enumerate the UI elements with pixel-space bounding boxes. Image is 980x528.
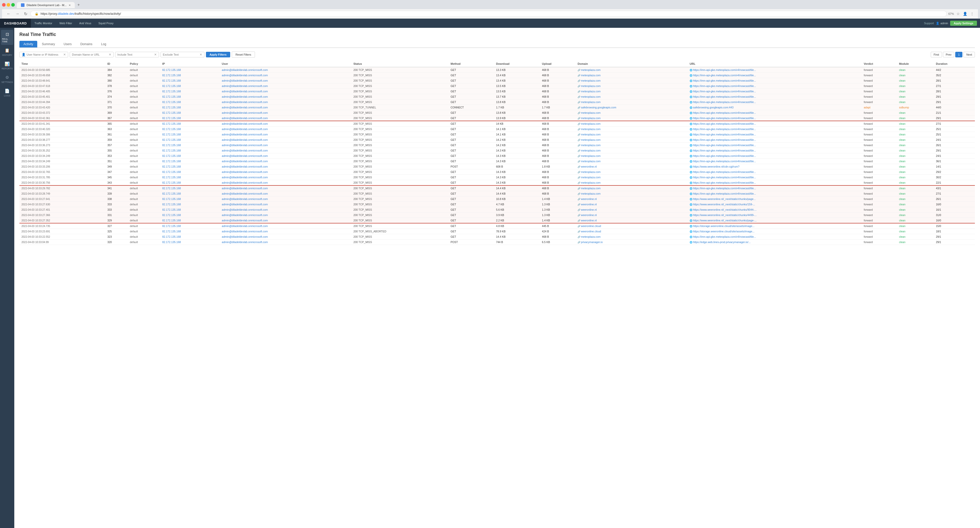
reload-button[interactable]: ↻ <box>22 11 29 17</box>
cell-url[interactable]: 🌐https://edge.web.lines-prod.privacymana… <box>687 239 862 245</box>
cell-domain[interactable]: 🔗weeronline.nl <box>576 197 687 202</box>
cell-ip[interactable]: 82.172.135.168 <box>160 148 220 153</box>
include-filter-input[interactable] <box>118 53 153 56</box>
table-row[interactable]: 2022-04-03 10:33:50.685 384 default 82.1… <box>19 67 975 73</box>
cell-ip[interactable]: 82.172.135.168 <box>160 186 220 191</box>
cell-domain[interactable]: 🔗meteoplaza.com <box>576 116 687 121</box>
col-upload[interactable]: Upload <box>540 61 576 67</box>
cell-user[interactable]: admin@diladeldevlab.onmicrosoft.com <box>220 78 352 83</box>
cell-user[interactable]: admin@diladeldevlab.onmicrosoft.com <box>220 153 352 159</box>
cell-user[interactable]: admin@diladeldevlab.onmicrosoft.com <box>220 137 352 143</box>
cell-ip[interactable]: 82.172.135.168 <box>160 191 220 197</box>
cell-ip[interactable]: 82.172.135.168 <box>160 159 220 164</box>
current-page-button[interactable]: 1 <box>955 52 963 57</box>
nav-traffic-monitor[interactable]: Traffic Monitor <box>31 19 56 28</box>
tab-summary[interactable]: Summary <box>38 41 59 48</box>
table-row[interactable]: 2022-04-03 10:33:46.405 376 default 82.1… <box>19 89 975 94</box>
tab-log[interactable]: Log <box>97 41 110 48</box>
table-row[interactable]: 2022-04-03 10:33:27.366 331 default 82.1… <box>19 212 975 218</box>
cell-domain[interactable]: 🔗meteoplaza.com <box>576 153 687 159</box>
exclude-filter-input[interactable] <box>163 53 199 56</box>
col-verdict[interactable]: Verdict <box>862 61 897 67</box>
cell-domain[interactable]: 🔗meteoplaza.com <box>576 110 687 116</box>
cell-domain[interactable]: 🔗meteoplaza.com <box>576 121 687 127</box>
minimize-button[interactable] <box>6 3 10 6</box>
sidebar-item-reports[interactable]: 📊 REPORTS <box>1 59 13 72</box>
cell-url[interactable]: 🌐https://imn-api-gke.meteoplaza.com/v4/n… <box>687 78 862 83</box>
exclude-filter-clear[interactable]: ✕ <box>200 53 202 56</box>
cell-url[interactable]: 🌐https://www.weeronline.nl/_next/static/… <box>687 202 862 207</box>
domain-filter-clear[interactable]: ✕ <box>109 53 111 56</box>
tab-close-icon[interactable]: ✕ <box>68 4 71 6</box>
cell-user[interactable]: admin@diladeldevlab.onmicrosoft.com <box>220 105 352 110</box>
tab-domains[interactable]: Domains <box>76 41 97 48</box>
cell-url[interactable]: 🌐https://imn-api-gke.meteoplaza.com/v4/n… <box>687 110 862 116</box>
cell-url[interactable]: 🌐https://storage.weeronline.cloud/site/a… <box>687 229 862 234</box>
cell-url[interactable]: 🌐https://imn-api-gke.meteoplaza.com/v4/n… <box>687 180 862 186</box>
col-status[interactable]: Status <box>352 61 449 67</box>
cell-user[interactable]: admin@diladeldevlab.onmicrosoft.com <box>220 234 352 239</box>
cell-domain[interactable]: 🔗meteoplaza.com <box>576 148 687 153</box>
table-row[interactable]: 2022-04-03 10:33:45.401 374 default 82.1… <box>19 94 975 100</box>
cell-user[interactable]: admin@diladeldevlab.onmicrosoft.com <box>220 73 352 78</box>
cell-domain[interactable]: 🔗meteoplaza.com <box>576 100 687 105</box>
domain-filter-input[interactable] <box>72 53 108 56</box>
table-row[interactable]: 2022-04-03 10:33:43.420 370 default 82.1… <box>19 105 975 110</box>
col-time[interactable]: Time <box>19 61 105 67</box>
cell-url[interactable]: 🌐https://imn-api-gke.meteoplaza.com/v4/n… <box>687 127 862 132</box>
cell-domain[interactable]: 🔗meteoplaza.com <box>576 191 687 197</box>
cell-domain[interactable]: 🔗privacymanager.io <box>576 239 687 245</box>
sidebar-item-settings[interactable]: ⚙ SETTINGS <box>1 73 13 86</box>
cell-domain[interactable]: 🔗weeronline.nl <box>576 202 687 207</box>
cell-url[interactable]: 🌐https://www.weeronline.nl/_next/static/… <box>687 207 862 212</box>
cell-url[interactable]: 🌐https://imn-api-gke.meteoplaza.com/v4/n… <box>687 186 862 191</box>
nav-anti-virus[interactable]: Anti Virus <box>76 19 95 28</box>
cell-ip[interactable]: 82.172.135.168 <box>160 116 220 121</box>
table-row[interactable]: 2022-04-03 10:33:43.372 369 default 82.1… <box>19 110 975 116</box>
user-filter-clear[interactable]: ✕ <box>63 53 66 56</box>
cell-domain[interactable]: 🔗weeronline.nl <box>576 218 687 224</box>
cell-url[interactable]: 🌐https://www.weeronline.nl/_next/static/… <box>687 212 862 218</box>
cell-url[interactable]: 🌐https://imn-api-gke.meteoplaza.com/v4/n… <box>687 67 862 73</box>
cell-domain[interactable]: 🔗meteoplaza.com <box>576 94 687 100</box>
table-row[interactable]: 2022-04-03 10:33:32.765 347 default 82.1… <box>19 170 975 175</box>
table-row[interactable]: 2022-04-03 10:33:35.252 355 default 82.1… <box>19 148 975 153</box>
table-row[interactable]: 2022-04-03 10:33:28.749 339 default 82.1… <box>19 191 975 197</box>
profile-button[interactable]: 👤 <box>962 11 968 17</box>
cell-url[interactable]: 🌐https://imn-api-gke.meteoplaza.com/v4/n… <box>687 89 862 94</box>
cell-user[interactable]: admin@diladeldevlab.onmicrosoft.com <box>220 67 352 73</box>
cell-user[interactable]: admin@diladeldevlab.onmicrosoft.com <box>220 89 352 94</box>
cell-ip[interactable]: 82.172.135.168 <box>160 105 220 110</box>
reset-filters-button[interactable]: Reset Filters <box>232 52 255 58</box>
bookmark-button[interactable]: ☆ <box>956 11 961 17</box>
cell-domain[interactable]: 🔗weeronline.nl <box>576 212 687 218</box>
next-page-button[interactable]: Next <box>963 52 975 57</box>
cell-ip[interactable]: 82.172.135.168 <box>160 164 220 170</box>
cell-ip[interactable]: 82.172.135.168 <box>160 218 220 224</box>
cell-domain[interactable]: 🔗meteoplaza.com <box>576 83 687 89</box>
cell-url[interactable]: 🌐https://imn-api-gke.meteoplaza.com/v4/n… <box>687 100 862 105</box>
cell-domain[interactable]: 🔗weeronline.cloud <box>576 229 687 234</box>
cell-user[interactable]: admin@diladeldevlab.onmicrosoft.com <box>220 148 352 153</box>
tab-users[interactable]: Users <box>59 41 76 48</box>
cell-domain[interactable]: 🔗meteoplaza.com <box>576 67 687 73</box>
user-filter-input[interactable] <box>27 53 62 56</box>
cell-user[interactable]: admin@diladeldevlab.onmicrosoft.com <box>220 159 352 164</box>
table-row[interactable]: 2022-04-03 10:33:27.401 333 default 82.1… <box>19 207 975 212</box>
forward-button[interactable]: → <box>14 11 21 17</box>
cell-ip[interactable]: 82.172.135.168 <box>160 229 220 234</box>
cell-domain[interactable]: 🔗meteoplaza.com <box>576 143 687 148</box>
cell-user[interactable]: admin@diladeldevlab.onmicrosoft.com <box>220 191 352 197</box>
cell-url[interactable]: 🌐https://imn-api-gke.meteoplaza.com/v4/n… <box>687 148 862 153</box>
cell-ip[interactable]: 82.172.135.168 <box>160 127 220 132</box>
col-module[interactable]: Module <box>897 61 934 67</box>
table-row[interactable]: 2022-04-03 10:33:31.785 345 default 82.1… <box>19 175 975 180</box>
cell-user[interactable]: admin@diladeldevlab.onmicrosoft.com <box>220 218 352 224</box>
cell-url[interactable]: 🌐https://storage.weeronline.cloud/site/a… <box>687 223 862 229</box>
cell-user[interactable]: admin@diladeldevlab.onmicrosoft.com <box>220 110 352 116</box>
nav-web-filter[interactable]: Web Filter <box>56 19 76 28</box>
cell-ip[interactable]: 82.172.135.168 <box>160 67 220 73</box>
menu-button[interactable]: ⋮ <box>969 11 975 17</box>
cell-ip[interactable]: 82.172.135.168 <box>160 202 220 207</box>
cell-url[interactable]: 🌐https://imn-api-gke.meteoplaza.com/v4/n… <box>687 143 862 148</box>
